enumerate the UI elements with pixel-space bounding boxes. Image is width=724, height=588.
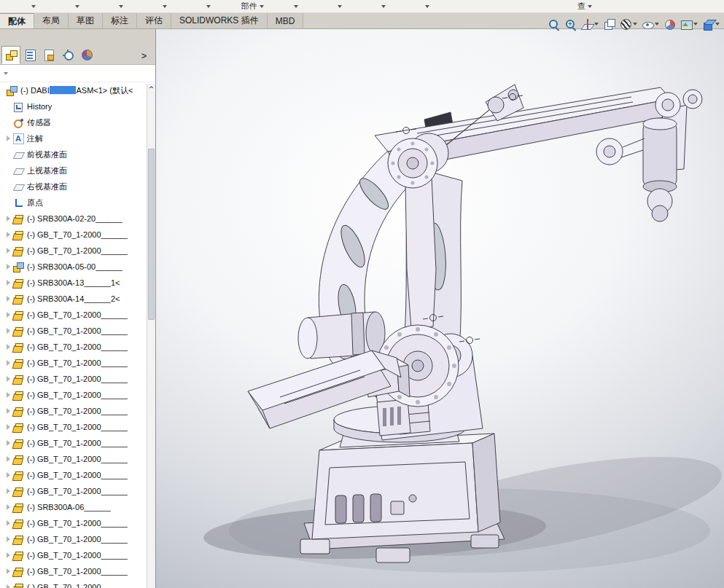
command-tab[interactable]: 评估 bbox=[137, 13, 171, 28]
expand-arrow-icon[interactable] bbox=[4, 342, 12, 351]
expand-arrow-icon[interactable] bbox=[4, 294, 12, 303]
expand-arrow-icon[interactable] bbox=[4, 407, 12, 415]
menu-item[interactable] bbox=[362, 0, 405, 12]
tree-filter-row[interactable] bbox=[0, 65, 155, 82]
expand-arrow-icon[interactable] bbox=[4, 503, 12, 511]
tree-item-label: (-) SRB300A-13______1< bbox=[27, 278, 120, 287]
tree-item[interactable]: (-) GB_T_70_1-2000______ bbox=[0, 531, 155, 547]
tree-item[interactable]: (-) SRB300A-13______1< bbox=[0, 275, 155, 291]
menu-item[interactable] bbox=[318, 0, 362, 12]
expand-arrow-icon[interactable] bbox=[4, 262, 12, 271]
expand-arrow-icon[interactable] bbox=[4, 230, 12, 239]
menu-item[interactable] bbox=[99, 0, 143, 12]
view-settings-button[interactable] bbox=[701, 16, 721, 32]
command-tab[interactable]: 草图 bbox=[69, 13, 103, 28]
part-icon bbox=[12, 438, 24, 449]
command-tab[interactable]: MBD bbox=[268, 13, 304, 28]
tree-item[interactable]: (-) GB_T_70_1-2000______ bbox=[0, 339, 155, 355]
menu-item[interactable] bbox=[274, 0, 318, 12]
expand-arrow-icon[interactable] bbox=[4, 455, 12, 463]
tree-item[interactable]: (-) GB_T_70_1-2000______ bbox=[0, 435, 155, 451]
expand-arrow-icon[interactable] bbox=[4, 391, 12, 399]
tree-item[interactable]: 前视基准面 bbox=[0, 146, 155, 162]
tree-item[interactable]: (-) GB_T_70_1-2000______ bbox=[0, 307, 155, 323]
tree-item[interactable]: (-) GB_T_70_1-2000______ bbox=[0, 547, 155, 563]
menu-item[interactable] bbox=[143, 0, 187, 12]
expand-arrow-icon[interactable] bbox=[4, 487, 12, 495]
dropdown-caret-icon bbox=[655, 23, 659, 26]
tree-item[interactable]: (-) GB_T_70_1-2000______ bbox=[0, 403, 155, 419]
tree-item[interactable]: (-) GB_T_70_1-2000______ bbox=[0, 387, 155, 403]
menu-item[interactable] bbox=[12, 0, 55, 12]
expand-arrow-icon[interactable] bbox=[4, 134, 12, 143]
expand-arrow-icon[interactable] bbox=[4, 326, 12, 335]
command-tab[interactable]: SOLIDWORKS 插件 bbox=[171, 13, 268, 28]
tree-item[interactable]: (-) GB_T_70_1-2000______ bbox=[0, 355, 155, 371]
display-style-button[interactable] bbox=[618, 16, 639, 32]
tree-item[interactable]: (-) GB_T_70_1-2000______ bbox=[0, 243, 155, 259]
tree-item[interactable]: (-) GB_T_70_1-2000 bbox=[0, 579, 155, 588]
tree-item-label: (-) GB_T_70_1-2000______ bbox=[27, 310, 128, 319]
panel-collapse-chevron[interactable]: > bbox=[141, 51, 147, 61]
graphics-viewport-3d[interactable] bbox=[155, 29, 724, 588]
menu-item[interactable] bbox=[55, 0, 99, 12]
expand-arrow-icon[interactable] bbox=[4, 519, 12, 528]
command-tab[interactable]: 配体 bbox=[0, 13, 34, 28]
tree-item[interactable]: (-) SRB300A-02-20______ bbox=[0, 211, 155, 227]
section-view-button[interactable] bbox=[580, 16, 600, 32]
expand-arrow-icon[interactable] bbox=[4, 278, 12, 287]
tree-item[interactable]: History bbox=[0, 98, 155, 114]
tree-item-label: (-) GB_T_70_1-2000______ bbox=[27, 567, 128, 576]
expand-arrow-icon[interactable] bbox=[4, 567, 12, 576]
tree-item[interactable]: (-) GB_T_70_1-2000______ bbox=[0, 467, 155, 483]
edit-appearance-button[interactable] bbox=[662, 16, 677, 32]
propertymanager-tab[interactable] bbox=[20, 46, 39, 64]
tree-item[interactable]: (-) GB_T_70_1-2000______ bbox=[0, 371, 155, 387]
tree-item[interactable]: 注解 bbox=[0, 130, 155, 146]
expand-arrow-icon[interactable] bbox=[4, 375, 12, 383]
expand-arrow-icon[interactable] bbox=[4, 310, 12, 319]
expand-arrow-icon[interactable] bbox=[4, 423, 12, 431]
scroll-up-arrow[interactable]: ^ bbox=[147, 84, 155, 94]
zoom-area-button[interactable] bbox=[563, 16, 578, 32]
menu-item[interactable] bbox=[405, 0, 449, 12]
tree-item[interactable]: (-) GB_T_70_1-2000______ bbox=[0, 419, 155, 435]
menu-item[interactable] bbox=[187, 0, 230, 12]
zoom-fit-button[interactable] bbox=[546, 16, 561, 32]
expand-arrow-icon[interactable] bbox=[4, 583, 12, 588]
expand-arrow-icon[interactable] bbox=[4, 439, 12, 447]
command-tab[interactable]: 布局 bbox=[34, 13, 69, 28]
tree-item[interactable]: (-) GB_T_70_1-2000______ bbox=[0, 483, 155, 499]
tree-item[interactable]: (-) GB_T_70_1-2000______ bbox=[0, 563, 155, 579]
tree-item[interactable]: 右视基准面 bbox=[0, 179, 155, 195]
expand-arrow-icon[interactable] bbox=[4, 551, 12, 560]
expand-arrow-icon[interactable] bbox=[4, 246, 12, 255]
tree-item[interactable]: 原点 bbox=[0, 195, 155, 211]
displaymanager-tab[interactable] bbox=[77, 46, 96, 64]
expand-arrow-icon[interactable] bbox=[4, 535, 12, 544]
menu-item[interactable]: 查 bbox=[572, 0, 598, 12]
scrollbar-thumb[interactable] bbox=[148, 149, 155, 320]
tree-item[interactable]: 上视基准面 bbox=[0, 162, 155, 179]
tree-item[interactable]: (-) GB_T_70_1-2000______ bbox=[0, 451, 155, 467]
expand-arrow-icon[interactable] bbox=[4, 358, 12, 367]
tree-root-assembly[interactable]: (-) DABI______ASM<1> (默认< bbox=[0, 82, 155, 98]
dimxpertmanager-tab[interactable] bbox=[58, 46, 77, 64]
tree-item[interactable]: (-) SRB300A-06______ bbox=[0, 499, 155, 515]
featuremanager-tab[interactable] bbox=[1, 46, 20, 64]
tree-item[interactable]: (-) GB_T_70_1-2000______ bbox=[0, 323, 155, 339]
tree-item[interactable]: (-) SRB300A-05-00______ bbox=[0, 259, 155, 275]
tree-item[interactable]: (-) SRB300A-14______2< bbox=[0, 291, 155, 307]
view-orientation-button[interactable] bbox=[602, 16, 617, 32]
command-tab[interactable]: 标注 bbox=[103, 13, 137, 28]
apply-scene-button[interactable] bbox=[679, 16, 699, 32]
tree-scrollbar[interactable]: ^ bbox=[147, 84, 155, 588]
tree-item[interactable]: (-) GB_T_70_1-2000______ bbox=[0, 227, 155, 243]
tree-item[interactable]: (-) GB_T_70_1-2000______ bbox=[0, 515, 155, 531]
expand-arrow-icon[interactable] bbox=[4, 471, 12, 479]
configurationmanager-tab[interactable] bbox=[39, 46, 58, 64]
menu-item[interactable]: 部件 bbox=[230, 0, 274, 12]
tree-item[interactable]: 传感器 bbox=[0, 114, 155, 130]
expand-arrow-icon[interactable] bbox=[4, 214, 12, 223]
hide-show-items-button[interactable] bbox=[640, 16, 661, 32]
